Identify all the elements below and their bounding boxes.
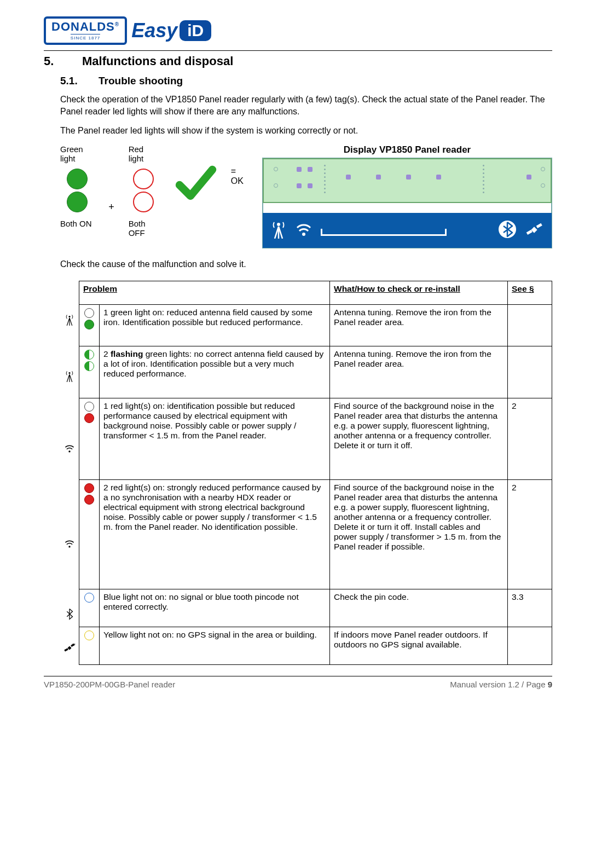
paragraph-3: Check the cause of the malfunction and s… (60, 258, 552, 270)
svg-rect-4 (526, 230, 533, 235)
bracket-icon (321, 234, 447, 236)
check-cell: If indoors move Panel reader outdoors. I… (330, 627, 508, 665)
led-status-icon (82, 350, 97, 371)
problem-cell: 2 flashing green lights: no correct ante… (100, 346, 330, 398)
both-on-label: Both ON (60, 219, 92, 228)
problem-cell: 1 red light(s) on: identification possib… (100, 398, 330, 479)
green-led-on-icon (67, 169, 88, 189)
led-status-icon (82, 630, 97, 640)
check-cell: Find source of the background noise in t… (330, 479, 508, 589)
registered-mark: ® (115, 21, 119, 27)
table-row: 1 green light on: reduced antenna field … (79, 304, 552, 346)
see-cell: 2 (508, 398, 552, 479)
svg-point-7 (68, 372, 70, 374)
bottom-rule (44, 676, 552, 676)
green-led-on-icon (67, 192, 88, 212)
bluetooth-icon (498, 220, 517, 241)
check-cell: Check the pin code. (330, 589, 508, 627)
footer-left: VP1850-200PM-00GB-Panel reader (44, 680, 175, 689)
problem-cell: Yellow light not on: no GPS signal in th… (100, 627, 330, 665)
svg-point-8 (68, 451, 70, 453)
table-row: 2 red light(s) on: strongly reduced perf… (79, 479, 552, 589)
both-off-label: Both OFF (129, 219, 146, 238)
section-title: Malfunctions and disposal (82, 54, 233, 68)
troubleshooting-table: Problem What/How to check or re-install … (79, 281, 552, 665)
red-led-off-icon (133, 192, 154, 212)
bluetooth-icon (63, 612, 76, 622)
check-cell: Antenna tuning. Remove the iron from the… (330, 304, 508, 346)
antenna-icon (63, 318, 76, 327)
lcd-screen (263, 158, 552, 203)
easy-text: Easy (131, 19, 177, 42)
since-text: SINCE 1877 (71, 34, 100, 40)
ok-label: = OK (231, 166, 248, 186)
table-row: 1 red light(s) on: identification possib… (79, 398, 552, 479)
gps-satellite-icon: GPS (63, 646, 76, 656)
green-light-label: Green light (60, 144, 94, 165)
svg-rect-10 (67, 646, 71, 650)
header-logo-row: DONALDS® SINCE 1877 Easy iD (44, 16, 552, 45)
led-status-icon (82, 593, 97, 603)
svg-text:GPS: GPS (72, 643, 76, 646)
subsection-title: Trouble shooting (99, 75, 183, 86)
led-status-icon (82, 402, 97, 423)
plus-symbol: + (108, 201, 114, 213)
problem-cell: Blue light not on: no signal or blue too… (100, 589, 330, 627)
display-panel (262, 158, 552, 248)
see-cell: 2 (508, 479, 552, 589)
led-status-icon (82, 308, 97, 329)
brand-text: DONALDS (51, 20, 115, 33)
problem-cell: 2 red light(s) on: strongly reduced perf… (100, 479, 330, 589)
red-led-off-icon (133, 169, 154, 189)
red-light-col: Red light Both OFF (129, 144, 159, 238)
table-row: 2 flashing green lights: no correct ante… (79, 346, 552, 398)
paragraph-2: The Panel reader led lights will show if… (60, 125, 552, 137)
display-panel-block: Display VP1850 Panel reader (262, 144, 552, 248)
check-cell: Antenna tuning. Remove the iron from the… (330, 346, 508, 398)
col-check: What/How to check or re-install (330, 281, 508, 305)
checkmark-icon (173, 161, 217, 207)
section-number: 5. (44, 54, 82, 68)
wifi-icon (63, 447, 76, 456)
see-cell (508, 304, 552, 346)
wifi-icon (294, 220, 313, 241)
id-badge: iD (180, 20, 211, 41)
svg-rect-11 (64, 649, 68, 652)
svg-rect-5 (536, 223, 542, 228)
see-cell (508, 346, 552, 398)
table-row: Blue light not on: no signal or blue too… (79, 589, 552, 627)
subsection-heading: 5.1.Trouble shooting (60, 75, 552, 87)
led-status-icon (82, 483, 97, 505)
antenna-icon (270, 220, 287, 241)
footer-right: Manual version 1.2 / Page 9 (450, 680, 552, 689)
table-row: Yellow light not on: no GPS signal in th… (79, 627, 552, 665)
led-diagram-row: Green light Both ON + Red light Both OFF (60, 144, 552, 248)
table-header-row: Problem What/How to check or re-install … (79, 281, 552, 305)
gps-satellite-icon (524, 220, 544, 241)
svg-point-0 (277, 223, 280, 226)
subsection-number: 5.1. (60, 75, 99, 87)
display-title: Display VP1850 Panel reader (262, 144, 552, 155)
see-cell: 3.3 (508, 589, 552, 627)
col-see: See § (508, 281, 552, 305)
donalds-logo: DONALDS® SINCE 1877 (44, 16, 127, 45)
svg-point-6 (68, 316, 70, 317)
col-problem: Problem (79, 281, 330, 305)
see-cell (508, 627, 552, 665)
wifi-icon (63, 542, 76, 551)
green-light-col: Green light Both ON (60, 144, 94, 238)
problem-cell: 1 green light on: reduced antenna field … (100, 304, 330, 346)
red-light-label: Red light (129, 144, 159, 165)
svg-point-9 (68, 546, 70, 548)
page-footer: VP1850-200PM-00GB-Panel reader Manual ve… (44, 680, 552, 689)
antenna-icon (63, 374, 76, 384)
svg-point-1 (302, 233, 305, 236)
section-heading: 5.Malfunctions and disposal (44, 54, 552, 68)
top-rule (44, 50, 552, 51)
easy-id-logo: Easy iD (131, 19, 211, 42)
check-cell: Find source of the background noise in t… (330, 398, 508, 479)
display-icon-strip (263, 213, 552, 248)
paragraph-1: Check the operation of the VP1850 Panel … (60, 94, 552, 117)
